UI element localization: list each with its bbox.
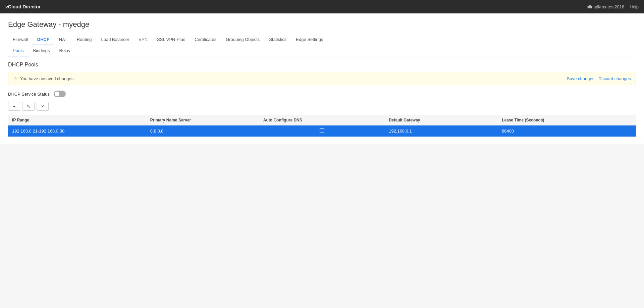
- warning-left: ⚠ You have unsaved changes.: [13, 75, 75, 82]
- user-label: alina@ms-test2018: [587, 4, 624, 9]
- col-header-ip-range: IP Range: [8, 115, 146, 125]
- service-status-row: DHCP Service Status: [8, 91, 636, 97]
- cell-ip-range: 192.168.0.21-192.168.0.30: [8, 125, 146, 137]
- save-changes-link[interactable]: Save changes: [567, 76, 594, 81]
- section-title: DHCP Pools: [8, 62, 636, 68]
- toggle-thumb: [55, 92, 59, 96]
- col-header-primary-dns: Primary Name Server: [146, 115, 259, 125]
- service-status-label: DHCP Service Status: [8, 92, 50, 97]
- primary-tabs: Firewall DHCP NAT Routing Load Balancer …: [8, 34, 636, 45]
- cell-lease: 86400: [498, 125, 636, 137]
- page-title: Edge Gateway - myedge: [8, 20, 636, 29]
- secondary-tabs: Pools Bindings Relay: [8, 45, 636, 56]
- tab-nat[interactable]: NAT: [54, 34, 72, 45]
- service-status-toggle[interactable]: [54, 91, 66, 97]
- cell-auto-dns: [259, 125, 385, 137]
- table-row[interactable]: 192.168.0.21-192.168.0.308.8.8.8192.168.…: [8, 125, 636, 137]
- tab-relay[interactable]: Relay: [54, 45, 75, 56]
- edit-button[interactable]: ✎: [22, 102, 35, 111]
- help-link[interactable]: Help: [630, 4, 639, 9]
- col-header-gateway: Default Gateway: [385, 115, 498, 125]
- warning-banner: ⚠ You have unsaved changes. Save changes…: [8, 72, 636, 85]
- toolbar: + ✎ ✕: [8, 102, 636, 111]
- delete-button[interactable]: ✕: [37, 102, 49, 111]
- col-header-lease: Lease Time (Seconds): [498, 115, 636, 125]
- app-title: vCloud Director: [5, 4, 41, 9]
- col-header-auto-dns: Auto Configure DNS: [259, 115, 385, 125]
- tab-load-balancer[interactable]: Load Balancer: [97, 34, 134, 45]
- discard-changes-link[interactable]: Discard changes: [598, 76, 631, 81]
- tab-certificates[interactable]: Certificates: [190, 34, 221, 45]
- table-header-row: IP Range Primary Name Server Auto Config…: [8, 115, 636, 125]
- tab-vpn[interactable]: VPN: [134, 34, 152, 45]
- cell-primary-dns: 8.8.8.8: [146, 125, 259, 137]
- top-bar: vCloud Director alina@ms-test2018 Help: [0, 0, 644, 13]
- tab-bindings[interactable]: Bindings: [29, 45, 55, 56]
- tab-edge-settings[interactable]: Edge Settings: [291, 34, 328, 45]
- tab-grouping-objects[interactable]: Grouping Objects: [221, 34, 264, 45]
- warning-icon: ⚠: [13, 75, 17, 82]
- tab-dhcp[interactable]: DHCP: [33, 34, 54, 45]
- dhcp-pools-table: IP Range Primary Name Server Auto Config…: [8, 115, 636, 137]
- main-content: Edge Gateway - myedge Firewall DHCP NAT …: [0, 13, 644, 144]
- cell-gateway: 192.168.0.1: [385, 125, 498, 137]
- top-bar-right: alina@ms-test2018 Help: [587, 4, 639, 9]
- tab-statistics[interactable]: Statistics: [264, 34, 291, 45]
- tab-routing[interactable]: Routing: [72, 34, 97, 45]
- tab-ssl-vpn-plus[interactable]: SSL VPN-Plus: [152, 34, 190, 45]
- auto-dns-checkbox: [320, 128, 324, 133]
- warning-message: You have unsaved changes.: [20, 76, 75, 81]
- tab-firewall[interactable]: Firewall: [8, 34, 33, 45]
- warning-actions: Save changes Discard changes: [567, 76, 631, 81]
- add-button[interactable]: +: [8, 102, 20, 111]
- tab-pools[interactable]: Pools: [8, 45, 29, 56]
